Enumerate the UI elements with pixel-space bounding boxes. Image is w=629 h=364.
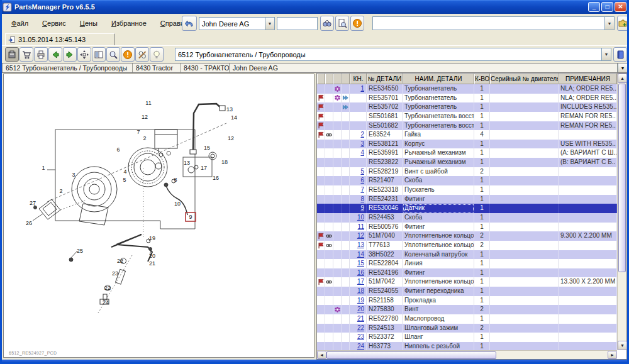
- table-row[interactable]: 1251M7040Уплотнительное кольцо29.300 X 2…: [317, 231, 617, 241]
- diagram-callout-24[interactable]: 24: [103, 299, 109, 306]
- callout-link[interactable]: 19: [357, 297, 364, 304]
- table-row[interactable]: 18RE524055Фитинг переходника1: [317, 287, 617, 296]
- catalog-book-button[interactable]: [613, 47, 627, 62]
- diagram-callout-5[interactable]: 5: [123, 177, 126, 183]
- search-page-button[interactable]: [335, 16, 349, 31]
- vertical-scroll-thumb[interactable]: [618, 84, 626, 272]
- table-row[interactable]: 13T77613Уплотнительное кольцо2: [317, 241, 617, 250]
- zoom-button[interactable]: [106, 47, 120, 62]
- table-row[interactable]: 1751M7042Уплотнительное кольцо113.300 X …: [317, 277, 617, 287]
- mark-column-header[interactable]: [333, 74, 342, 84]
- settings-button[interactable]: [135, 47, 149, 62]
- table-row[interactable]: 10R524453Скоба1: [317, 213, 617, 223]
- table-row[interactable]: 2E63524Гайка4: [317, 130, 617, 140]
- callout-link[interactable]: 3: [360, 140, 364, 147]
- callout-link[interactable]: 18: [357, 287, 364, 294]
- callout-link[interactable]: 15: [357, 260, 364, 267]
- diagram-callout-25[interactable]: 25: [77, 248, 83, 254]
- diagram-callout-21[interactable]: 21: [149, 260, 155, 267]
- callout-link[interactable]: 7: [360, 186, 364, 193]
- table-row[interactable]: SE501682Турбонагнетатель восст.1REMAN FO…: [317, 121, 617, 131]
- table-row[interactable]: RE523822Рычажный механизм1(В: ВАРИАНТ С …: [317, 158, 617, 167]
- diagram-callout-9[interactable]: 9: [189, 214, 192, 220]
- add-favorite-button[interactable]: [617, 16, 628, 31]
- column-header-notes[interactable]: ПРИМЕЧАНИЯ: [559, 74, 617, 84]
- table-row[interactable]: 15RE522804Линия1: [317, 259, 617, 268]
- diagram-callout-6[interactable]: 6: [116, 146, 120, 153]
- callout-link[interactable]: 5: [360, 168, 364, 175]
- scroll-up-button[interactable]: ▲: [618, 74, 627, 83]
- callout-link[interactable]: 8: [360, 196, 364, 202]
- table-row[interactable]: 4RE535991Рычажный механизм1(А: ВАРИАНТ С…: [317, 148, 617, 158]
- split-view-button[interactable]: [92, 47, 106, 62]
- menu-item-3[interactable]: Цены: [74, 18, 103, 28]
- callout-link[interactable]: 2: [360, 131, 364, 138]
- diagram-callout-4[interactable]: 4: [123, 168, 126, 175]
- manufacturer-combo[interactable]: John Deere AG ▼: [199, 17, 275, 30]
- callout-link[interactable]: 17: [357, 278, 364, 285]
- chevron-down-icon[interactable]: ▼: [601, 48, 611, 60]
- column-header-kn[interactable]: КН.: [350, 74, 367, 84]
- callout-link[interactable]: 23: [357, 333, 364, 340]
- table-row[interactable]: 6R521407Скоба1: [317, 176, 617, 185]
- table-row[interactable]: 21RE522780Маслопровод1: [317, 314, 617, 324]
- table-row[interactable]: 24H63773Ниппель с резьбой1: [317, 342, 617, 350]
- diagram-callout-12[interactable]: 12: [142, 114, 148, 120]
- alt-column-header[interactable]: [342, 74, 350, 84]
- vertical-scrollbar[interactable]: ▲ ▼: [617, 74, 626, 350]
- chevron-down-icon[interactable]: ▼: [604, 17, 614, 30]
- scroll-left-button[interactable]: ◄: [317, 351, 326, 359]
- diagram-callout-2[interactable]: 2: [143, 135, 146, 141]
- minimize-button[interactable]: _: [588, 2, 600, 12]
- maximize-button[interactable]: □: [601, 2, 613, 12]
- catalog-nav-button[interactable]: [182, 16, 197, 31]
- diagram-callout-10[interactable]: 10: [174, 201, 181, 207]
- callout-link[interactable]: 6: [360, 177, 364, 184]
- table-row[interactable]: 20N275830Винт2: [317, 305, 617, 314]
- chevron-down-icon[interactable]: ▼: [618, 63, 627, 72]
- callout-link[interactable]: 14: [357, 251, 364, 258]
- callout-link[interactable]: 1: [360, 85, 364, 92]
- search-parts-button[interactable]: [320, 16, 334, 31]
- chevron-down-icon[interactable]: ▼: [265, 18, 274, 30]
- hint-button[interactable]: [150, 47, 164, 62]
- menu-item-4[interactable]: Избранное: [106, 18, 152, 28]
- table-row[interactable]: 8RE524231Фитинг1: [317, 195, 617, 204]
- diagram-callout-13[interactable]: 13: [226, 106, 233, 113]
- table-row[interactable]: RE535701Турбонагнетатель1NLA; ORDER RE5.…: [317, 94, 617, 103]
- callout-link[interactable]: 4: [360, 149, 364, 156]
- table-row[interactable]: SE501681Турбонагнетатель восст.1REMAN FO…: [317, 112, 617, 121]
- diagram-callout-18[interactable]: 18: [221, 159, 228, 165]
- flag-column-header[interactable]: [317, 74, 325, 84]
- diagram-callout-16[interactable]: 16: [213, 175, 219, 181]
- diagram-callout-19[interactable]: 19: [149, 235, 155, 241]
- scroll-down-button[interactable]: ▼: [618, 341, 627, 350]
- order-button[interactable]: [5, 47, 19, 62]
- table-row[interactable]: 16RE524196Фитинг1: [317, 268, 617, 278]
- diagram-callout-7[interactable]: 7: [136, 129, 140, 135]
- column-header-serial[interactable]: Серийный № двигателя: [490, 74, 559, 84]
- callout-link[interactable]: 21: [357, 315, 364, 322]
- diagram-callout-26[interactable]: 26: [26, 220, 32, 226]
- assembly-combo[interactable]: 6512 Турбонагнетатель / Трубопроводы ▼: [175, 48, 611, 61]
- diagram-callout-17[interactable]: 17: [201, 165, 207, 171]
- callout-link[interactable]: 20: [357, 306, 364, 312]
- table-row[interactable]: 7RE523318Пускатель1: [317, 185, 617, 195]
- table-row[interactable]: 3RE538121Корпус1USE WITH RE535..: [317, 140, 617, 149]
- menu-item-2[interactable]: Сервис: [36, 18, 72, 28]
- callout-link[interactable]: 13: [357, 241, 364, 248]
- diagram-callout-22[interactable]: 22: [104, 285, 111, 291]
- diagram-callout-8[interactable]: 8: [174, 177, 177, 183]
- filter-combo[interactable]: ▼: [372, 16, 615, 30]
- diagram-panel[interactable]: 1234567211121314121518171613810919202125…: [3, 74, 314, 358]
- diagram-callout-1[interactable]: 1: [42, 165, 45, 171]
- table-row[interactable]: 11RE500576Фитинг1: [317, 223, 617, 232]
- table-row[interactable]: 1438H5022Коленчатый патрубок1: [317, 250, 617, 260]
- horizontal-scroll-thumb[interactable]: [326, 351, 496, 359]
- callout-link[interactable]: 11: [358, 223, 364, 230]
- session-tab[interactable]: 31.05.2014 13:45.143: [5, 33, 115, 45]
- alert-button[interactable]: [350, 16, 364, 31]
- fit-view-button[interactable]: [77, 47, 91, 62]
- callout-link[interactable]: 10: [357, 214, 364, 221]
- callout-link[interactable]: 24: [357, 343, 364, 350]
